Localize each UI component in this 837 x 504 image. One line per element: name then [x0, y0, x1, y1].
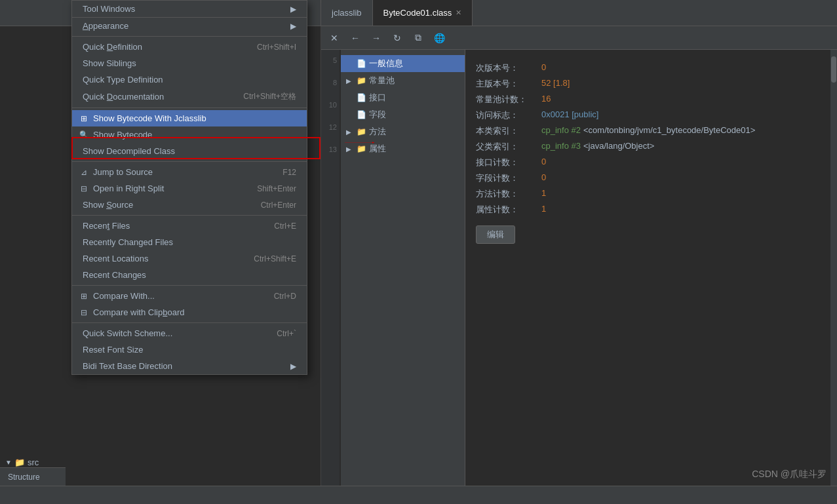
tree-arrow-methods: ▶ [346, 128, 354, 136]
appearance-arrow: ▶ [264, 22, 296, 31]
tree-item-interface[interactable]: 📄 接口 [341, 89, 465, 106]
back-button[interactable]: ← [347, 30, 363, 46]
edit-button[interactable]: 编辑 [476, 225, 515, 244]
jump-source-shortcut: F12 [256, 168, 296, 177]
quick-def-label: Quick Definition [83, 42, 142, 52]
show-source-shortcut: Ctrl+Enter [235, 201, 296, 210]
menu-item-recently-changed[interactable]: Recently Changed Files [72, 234, 307, 250]
show-bytecode-icon: 🔍 [79, 130, 89, 139]
tab-bytecode[interactable]: ByteCode01.class ✕ [373, 0, 473, 26]
tab-jclasslib-label: jclasslib [332, 8, 362, 18]
tree-item-fields[interactable]: 📄 字段 [341, 106, 465, 123]
tree-label-pool: 常量池 [369, 75, 395, 87]
copy-button[interactable]: ⧉ [410, 30, 426, 46]
menu-item-bidi-text[interactable]: Bidi Text Base Direction ▶ [72, 358, 307, 374]
menu-item-recent-files[interactable]: Recent Files Ctrl+E [72, 218, 307, 234]
open-right-label: Open in Right Split [93, 184, 164, 193]
quick-type-label: Quick Type Definition [83, 75, 163, 85]
prop-label-minor: 次版本号： [476, 62, 541, 74]
scrollbar-thumb[interactable] [831, 56, 836, 83]
prop-value-icount: 0 [541, 157, 546, 168]
src-arrow: ▼ [5, 459, 12, 466]
menu-item-show-bytecode-jclasslib[interactable]: ⊞ Show Bytecode With Jclasslib [72, 110, 307, 126]
refresh-button[interactable]: ↻ [389, 30, 405, 46]
jump-source-label: Jump to Source [93, 167, 153, 177]
tree-panel: 📄 一般信息 ▶ 📁 常量池 📄 接口 📄 字段 ▶ 📁 方法 ▶ 📁 属性 [341, 50, 465, 504]
tree-label-general: 一般信息 [369, 58, 403, 69]
tree-item-methods[interactable]: ▶ 📁 方法 [341, 123, 465, 140]
menu-item-quick-switch[interactable]: Quick Switch Scheme... Ctrl+` [72, 325, 307, 341]
menu-item-compare-clipboard[interactable]: ⊟ Compare with Clipboard [72, 304, 307, 320]
menu-item-jump-source[interactable]: ⊿ Jump to Source F12 [72, 164, 307, 180]
prop-value-mcount: 1 [541, 188, 546, 200]
menu-item-compare-with[interactable]: ⊞ Compare With... Ctrl+D [72, 288, 307, 304]
tree-arrow-attrs: ▶ [346, 145, 354, 153]
prop-value-this-ref[interactable]: cp_info #2 [541, 125, 581, 137]
tree-icon-interface: 📄 [357, 93, 366, 102]
close-button[interactable]: ✕ [326, 30, 342, 46]
src-folder-icon: 📁 [14, 457, 25, 467]
line-8: 8 [333, 79, 337, 87]
menu-item-tool-windows[interactable]: Tool Windows ▶ [72, 1, 307, 18]
compare-with-icon: ⊞ [79, 292, 89, 301]
prop-label-icount: 接口计数： [476, 157, 541, 168]
context-menu: Tool Windows ▶ Appearance ▶ Quick Defini… [71, 0, 307, 375]
show-source-label: Show Source [83, 200, 133, 210]
menu-item-show-source[interactable]: Show Source Ctrl+Enter [72, 197, 307, 213]
prop-value-minor: 0 [541, 62, 546, 74]
menu-item-reset-font[interactable]: Reset Font Size [72, 341, 307, 358]
separator-4 [72, 215, 307, 216]
jclasslib-icon: ⊞ [79, 114, 89, 123]
prop-value-super-path: <java/lang/Object> [583, 141, 654, 153]
prop-value-super-ref[interactable]: cp_info #3 [541, 141, 581, 153]
props-panel: 次版本号： 0 主版本号： 52 [1.8] 常量池计数： 16 访问标志： 0… [465, 50, 837, 504]
prop-constant-count: 常量池计数： 16 [476, 92, 827, 107]
menu-item-quick-doc[interactable]: Quick Documentation Ctrl+Shift+空格 [72, 88, 307, 106]
tree-label-interface: 接口 [369, 92, 386, 104]
line-numbers: 5 8 10 12 13 [321, 50, 340, 486]
prop-this-class: 本类索引： cp_info #2 <com/tonbing/jvm/c1_byt… [476, 123, 827, 139]
tree-icon-pool: 📁 [357, 76, 366, 85]
reset-font-label: Reset Font Size [83, 345, 144, 355]
forward-button[interactable]: → [368, 30, 384, 46]
menu-item-recent-locations[interactable]: Recent Locations Ctrl+Shift+E [72, 250, 307, 267]
tree-arrow-pool: ▶ [346, 77, 354, 85]
menu-item-open-right-split[interactable]: ⊟ Open in Right Split Shift+Enter [72, 180, 307, 197]
scrollbar-track[interactable] [830, 50, 837, 486]
toolbar: ✕ ← → ↻ ⧉ 🌐 [321, 26, 837, 50]
menu-item-show-bytecode[interactable]: 🔍 Show Bytecode [72, 126, 307, 143]
tab-jclasslib[interactable]: jclasslib [321, 0, 373, 26]
separator-2 [72, 107, 307, 108]
prop-label-this: 本类索引： [476, 125, 541, 137]
tree-icon-attrs: 📁 [357, 144, 366, 153]
globe-button[interactable]: 🌐 [431, 30, 447, 46]
quick-switch-label: Quick Switch Scheme... [83, 328, 172, 338]
prop-super-class: 父类索引： cp_info #3 <java/lang/Object> [476, 139, 827, 155]
menu-item-appearance[interactable]: Appearance ▶ [72, 18, 307, 34]
separator-3 [72, 161, 307, 162]
tree-label-fields: 字段 [369, 109, 386, 121]
tree-item-general[interactable]: 📄 一般信息 [341, 55, 465, 72]
line-10: 10 [329, 101, 337, 109]
tree-item-constant-pool[interactable]: ▶ 📁 常量池 [341, 72, 465, 89]
menu-item-recent-changes[interactable]: Recent Changes [72, 267, 307, 283]
menu-item-quick-type[interactable]: Quick Type Definition [72, 71, 307, 88]
open-right-icon: ⊟ [79, 184, 89, 193]
prop-label-mcount: 方法计数： [476, 188, 541, 200]
menu-item-show-siblings[interactable]: Show Siblings [72, 55, 307, 71]
structure-label[interactable]: Structure [0, 467, 66, 486]
src-item[interactable]: ▼ 📁 src [5, 457, 39, 467]
tab-close-icon[interactable]: ✕ [456, 9, 461, 17]
prop-label-acount: 属性计数： [476, 204, 541, 216]
menu-item-show-decompiled[interactable]: Show Decompiled Class [72, 143, 307, 159]
prop-label-constant: 常量池计数： [476, 94, 541, 106]
recent-files-label: Recent Files [83, 221, 130, 231]
compare-clipboard-label: Compare with Clipboard [93, 307, 184, 317]
quick-doc-shortcut: Ctrl+Shift+空格 [217, 91, 296, 102]
tree-label-attrs: 属性 [369, 143, 386, 155]
quick-switch-shortcut: Ctrl+` [250, 329, 296, 338]
recently-changed-label: Recently Changed Files [83, 237, 173, 247]
watermark: CSDN @爪哇斗罗 [752, 469, 827, 480]
menu-item-quick-def[interactable]: Quick Definition Ctrl+Shift+I [72, 39, 307, 55]
show-bytecode-label: Show Bytecode [93, 130, 152, 140]
